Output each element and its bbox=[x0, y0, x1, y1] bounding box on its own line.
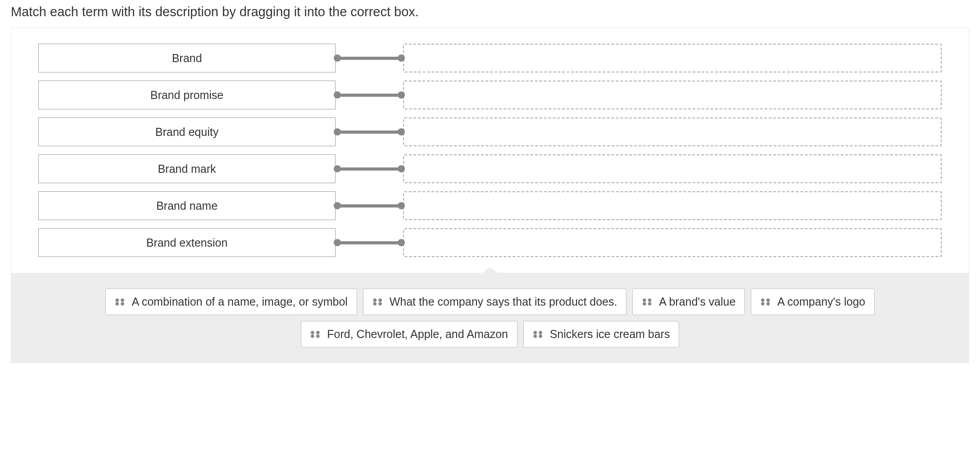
connector-dot-right bbox=[398, 128, 405, 135]
connector-dot-left bbox=[334, 202, 341, 209]
option-chip-company-says[interactable]: ●●●● What the company says that its prod… bbox=[363, 289, 627, 315]
connector-dot-left bbox=[334, 165, 341, 172]
connector bbox=[336, 44, 403, 72]
option-label: A brand's value bbox=[659, 295, 735, 308]
term-label: Brand mark bbox=[158, 162, 216, 176]
connector-dot-left bbox=[334, 239, 341, 246]
term-label: Brand equity bbox=[155, 126, 218, 139]
connector-dot-right bbox=[398, 165, 405, 172]
match-row: Brand extension bbox=[38, 228, 942, 257]
drag-handle-icon: ●●●● bbox=[310, 331, 321, 337]
term-box-brand-name: Brand name bbox=[38, 191, 336, 220]
drag-handle-icon: ●●●● bbox=[372, 298, 383, 305]
connector-line bbox=[336, 94, 403, 97]
drag-handle-icon: ●●●● bbox=[642, 298, 653, 305]
connector bbox=[336, 81, 403, 109]
term-box-brand-mark: Brand mark bbox=[38, 154, 336, 183]
drop-zone-brand-name[interactable] bbox=[403, 191, 942, 220]
term-box-brand: Brand bbox=[38, 44, 336, 72]
connector-dot-left bbox=[334, 54, 341, 62]
drop-zone-brand-equity[interactable] bbox=[403, 117, 942, 146]
match-row: Brand bbox=[38, 44, 942, 72]
connector-dot-right bbox=[398, 202, 405, 209]
term-label: Brand name bbox=[156, 199, 218, 212]
option-chip-combination[interactable]: ●●●● A combination of a name, image, or … bbox=[105, 289, 357, 315]
instructions-text: Match each term with its description by … bbox=[0, 0, 980, 27]
matching-area: Brand Brand promise bbox=[11, 27, 969, 273]
connector-line bbox=[336, 131, 403, 134]
drag-handle-icon: ●●●● bbox=[533, 331, 544, 337]
connector-line bbox=[336, 204, 403, 207]
connector-dot-right bbox=[398, 239, 405, 246]
option-label: Snickers ice cream bars bbox=[550, 328, 670, 341]
option-label: What the company says that its product d… bbox=[390, 295, 617, 308]
connector-dot-left bbox=[334, 128, 341, 135]
drop-zone-brand[interactable] bbox=[403, 44, 942, 72]
drag-handle-icon: ●●●● bbox=[760, 298, 771, 305]
option-label: A combination of a name, image, or symbo… bbox=[132, 295, 347, 308]
drop-zone-brand-extension[interactable] bbox=[403, 228, 942, 257]
option-label: Ford, Chevrolet, Apple, and Amazon bbox=[327, 328, 508, 341]
connector bbox=[336, 117, 403, 146]
connector bbox=[336, 154, 403, 183]
match-row: Brand mark bbox=[38, 154, 942, 183]
match-row: Brand promise bbox=[38, 81, 942, 109]
connector bbox=[336, 228, 403, 257]
connector-dot-left bbox=[334, 91, 341, 99]
drop-zone-brand-promise[interactable] bbox=[403, 81, 942, 109]
matching-exercise: Match each term with its description by … bbox=[0, 0, 980, 363]
matching-rows: Brand Brand promise bbox=[11, 28, 969, 273]
connector-line bbox=[336, 167, 403, 171]
term-label: Brand extension bbox=[146, 236, 228, 249]
options-tray: ●●●● A combination of a name, image, or … bbox=[11, 273, 969, 363]
term-box-brand-extension: Brand extension bbox=[38, 228, 336, 257]
term-box-brand-promise: Brand promise bbox=[38, 81, 336, 109]
connector-dot-right bbox=[398, 54, 405, 62]
option-chip-brand-value[interactable]: ●●●● A brand's value bbox=[632, 289, 745, 315]
option-chip-ford-chevrolet[interactable]: ●●●● Ford, Chevrolet, Apple, and Amazon bbox=[301, 321, 517, 347]
option-label: A company's logo bbox=[777, 295, 865, 308]
match-row: Brand name bbox=[38, 191, 942, 220]
option-chip-company-logo[interactable]: ●●●● A company's logo bbox=[751, 289, 875, 315]
connector bbox=[336, 191, 403, 220]
connector-line bbox=[336, 241, 403, 244]
term-label: Brand bbox=[172, 52, 202, 65]
connector-dot-right bbox=[398, 91, 405, 99]
drop-zone-brand-mark[interactable] bbox=[403, 154, 942, 183]
term-box-brand-equity: Brand equity bbox=[38, 117, 336, 146]
match-row: Brand equity bbox=[38, 117, 942, 146]
drag-handle-icon: ●●●● bbox=[115, 298, 126, 305]
option-chip-snickers[interactable]: ●●●● Snickers ice cream bars bbox=[523, 321, 680, 347]
connector-line bbox=[336, 57, 403, 60]
tray-arrow-icon bbox=[482, 267, 498, 273]
term-label: Brand promise bbox=[150, 89, 224, 102]
